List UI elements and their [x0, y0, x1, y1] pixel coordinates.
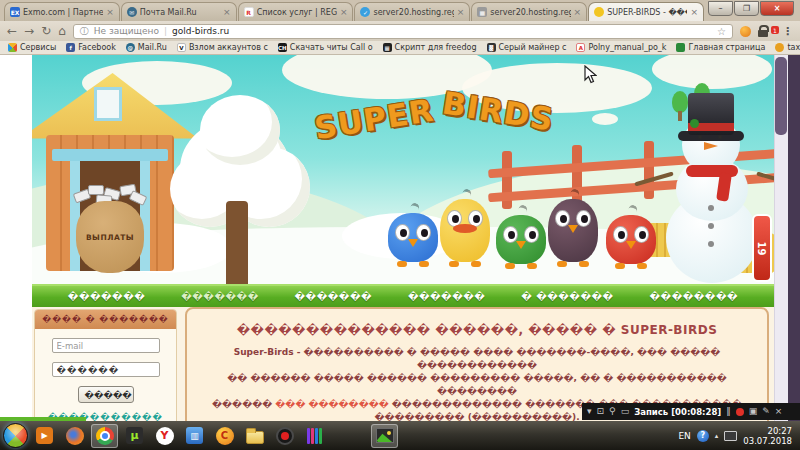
tab-exmo[interactable]: EX Exmo.com | Партнерска × — [4, 2, 120, 21]
tab-close-icon[interactable]: × — [690, 7, 698, 17]
frame-select-icon[interactable]: ▭ — [621, 407, 630, 416]
side-banner-tab[interactable]: 19 — [752, 214, 772, 282]
site-navbar: ������� ������� ������� ������� � ������… — [32, 284, 774, 307]
bookmark-script[interactable]: ▦ Скрипт для freedog — [383, 43, 477, 52]
bookmark-facebook[interactable]: f Facebook — [66, 43, 116, 52]
bookmark-manual[interactable]: A Polny_manual_po_k — [576, 43, 666, 52]
minimize-button[interactable]: – — [708, 1, 733, 16]
tab-close-icon[interactable]: × — [457, 7, 465, 17]
bird-red — [606, 209, 656, 269]
browser-toolbar: ← → ↻ ⌂ ⓘ Не защищено | gold-birds.ru ☆ … — [0, 21, 800, 41]
nav-item-4[interactable]: ������� — [408, 291, 486, 302]
tab-server20-a[interactable]: ✓ server20.hosting.reg.ru:1 × — [354, 2, 470, 21]
highlighted-link[interactable]: ��� �������� — [275, 399, 388, 409]
language-indicator[interactable]: EN — [678, 431, 690, 441]
bookmark-label: Взлом аккаунтов с — [189, 43, 268, 52]
taskbar-comodo[interactable]: C — [211, 424, 238, 448]
pencil-icon[interactable]: ✎ — [762, 407, 770, 416]
chrome-icon — [96, 427, 114, 445]
pdf-icon: A — [576, 43, 585, 52]
home-icon[interactable]: ⌂ — [58, 25, 66, 37]
bookmark-label: taximoney - Игра с — [787, 43, 800, 52]
taskbar-image-viewer[interactable] — [371, 424, 398, 448]
bookmark-taximoney[interactable]: taximoney - Игра с — [775, 43, 800, 52]
page-scrollbar-thumb[interactable] — [775, 57, 787, 135]
start-button[interactable] — [3, 423, 28, 448]
login-button[interactable]: ����� — [78, 386, 134, 403]
divider: | — [164, 26, 167, 36]
browser-scrollbar[interactable] — [788, 55, 800, 421]
print-icon[interactable]: ⊡ — [597, 407, 605, 416]
forward-icon[interactable]: → — [24, 25, 34, 37]
house-lintel — [52, 149, 168, 161]
taskbar-recorder[interactable] — [271, 424, 298, 448]
cloud — [592, 113, 618, 125]
tab-close-icon[interactable]: × — [574, 7, 582, 17]
tab-superbirds-active[interactable]: SUPER-BIRDS - ���� × — [588, 2, 704, 21]
info-icon[interactable]: ⓘ — [80, 25, 89, 38]
bookmark-label: Mail.Ru — [138, 43, 167, 52]
magnifier-icon[interactable]: ⚲ — [609, 407, 616, 416]
maximize-button[interactable]: ❐ — [734, 1, 759, 16]
winrar-icon — [307, 428, 322, 444]
clock-date: 03.07.2018 — [743, 436, 792, 446]
nav-item-1[interactable]: ������� — [68, 291, 146, 302]
bookmark-label: Скрипт для freedog — [395, 43, 477, 52]
payout-sack-label: ВЫПЛАТЫ — [86, 233, 134, 242]
chrome-menu-icon[interactable]: ⋮ — [782, 25, 793, 38]
password-field[interactable] — [52, 362, 160, 377]
taskbar-winrar[interactable] — [301, 424, 328, 448]
taskbar-clock[interactable]: 20:27 03.07.2018 — [743, 426, 792, 446]
back-icon[interactable]: ← — [7, 25, 17, 37]
reload-icon[interactable]: ↻ — [41, 25, 51, 37]
tab-mail[interactable]: ✉ Почта Mail.Ru × — [121, 2, 237, 21]
display-tray-icon[interactable] — [724, 431, 737, 441]
miner-icon: ▓ — [487, 43, 496, 52]
payout-sack[interactable]: ВЫПЛАТЫ — [76, 201, 144, 273]
cloud — [652, 55, 772, 89]
taskbar-media-player[interactable]: ▶ — [31, 424, 58, 448]
taxi-icon — [775, 43, 784, 52]
bookmark-cheats[interactable]: CH Скачать читы Call o — [278, 43, 373, 52]
bookmark-label: Скачать читы Call o — [290, 43, 373, 52]
bookmark-star-icon[interactable]: ☆ — [717, 26, 726, 37]
nav-item-2[interactable]: ������� — [181, 291, 259, 302]
collapse-icon[interactable]: ▾ — [587, 407, 592, 416]
nav-item-3[interactable]: ������� — [295, 291, 373, 302]
taskbar-utorrent[interactable]: µ — [121, 424, 148, 448]
taskbar-file-transfer[interactable]: ▥ — [181, 424, 208, 448]
screen: EX Exmo.com | Партнерска × ✉ Почта Mail.… — [0, 0, 800, 450]
address-bar[interactable]: ⓘ Не защищено | gold-birds.ru ☆ — [73, 24, 733, 39]
bookmark-miner[interactable]: ▓ Серый майнер с — [487, 43, 567, 52]
taskbar-yandex[interactable]: Y — [151, 424, 178, 448]
tab-regru[interactable]: R Список услуг | REG.RU × — [238, 2, 354, 21]
tab-close-icon[interactable]: × — [223, 7, 231, 17]
pause-icon[interactable]: ‖ — [726, 407, 731, 416]
extension-icon-orange[interactable] — [740, 26, 751, 37]
bookmark-vzlom[interactable]: V Взлом аккаунтов с — [177, 43, 268, 52]
record-dot-icon[interactable] — [736, 408, 744, 416]
taskbar-firefox[interactable] — [61, 424, 88, 448]
snapshot-icon[interactable]: ▣ — [749, 407, 758, 416]
tab-close-icon[interactable]: × — [106, 7, 114, 17]
url-text[interactable]: gold-birds.ru — [172, 26, 229, 36]
bookmark-home[interactable]: Главная страница — [676, 43, 765, 52]
tray-expand-icon[interactable]: ▴ — [715, 432, 719, 440]
recorder-close-icon[interactable]: × — [775, 407, 783, 416]
email-field[interactable] — [52, 338, 160, 353]
close-button[interactable]: × — [760, 1, 794, 16]
tab-close-icon[interactable]: × — [340, 7, 348, 17]
unlock-extension-icon[interactable] — [758, 30, 768, 37]
tab-server20-b[interactable]: ▦ server20.hosting.reg.ru / × — [471, 2, 587, 21]
page-viewport: ВЫПЛАТЫ SUPER BIRDS — [0, 55, 800, 421]
file-transfer-icon: ▥ — [186, 427, 203, 444]
window-controls: – ❐ × — [707, 1, 794, 16]
nav-item-6[interactable]: �������� — [649, 291, 738, 302]
bookmark-mailru[interactable]: @ Mail.Ru — [126, 43, 167, 52]
help-tray-icon[interactable]: ? — [697, 430, 709, 442]
regru-favicon: R — [244, 7, 254, 17]
nav-item-5[interactable]: � ������� — [521, 291, 613, 302]
taskbar-chrome[interactable] — [91, 424, 118, 448]
taskbar-explorer[interactable] — [241, 424, 268, 448]
bookmark-services[interactable]: Сервисы — [8, 43, 56, 52]
